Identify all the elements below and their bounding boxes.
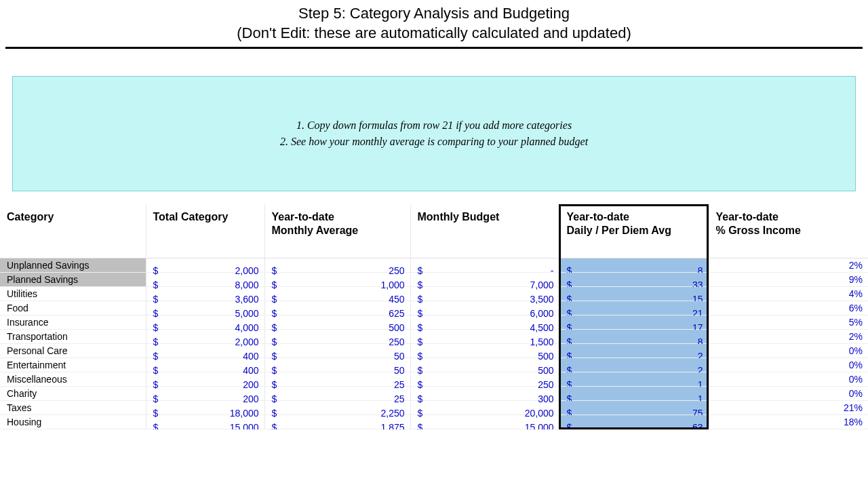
instructions-box: 1. Copy down formulas from row 21 if you…	[12, 76, 856, 191]
cell-daily-avg[interactable]: $17	[559, 315, 709, 330]
cell-total[interactable]: $5,000	[146, 301, 264, 315]
cell-total[interactable]: $3,600	[146, 287, 264, 301]
cell-pct-gross[interactable]: 6%	[709, 301, 868, 315]
cell-monthly-budget[interactable]: $-	[410, 258, 559, 273]
cell-monthly-avg[interactable]: $50	[264, 344, 410, 358]
cell-daily-avg[interactable]: $1	[559, 372, 709, 387]
header-monthly-budget[interactable]: Monthly Budget	[410, 205, 559, 258]
cell-monthly-avg[interactable]: $25	[264, 372, 410, 387]
cell-total[interactable]: $400	[146, 344, 264, 358]
cell-daily-avg[interactable]: $75	[559, 401, 709, 415]
cell-monthly-budget[interactable]: $20,000	[410, 401, 559, 415]
cell-category[interactable]: Insurance	[0, 315, 146, 330]
cell-monthly-avg[interactable]: $2,250	[264, 401, 410, 415]
cell-category[interactable]: Entertainment	[0, 358, 146, 372]
cell-daily-avg[interactable]: $2	[559, 358, 709, 372]
cell-daily-avg[interactable]: $33	[559, 273, 709, 287]
cell-monthly-avg[interactable]: $450	[264, 287, 410, 301]
cell-total[interactable]: $200	[146, 387, 264, 401]
cell-total[interactable]: $2,000	[146, 258, 264, 273]
cell-total[interactable]: $18,000	[146, 401, 264, 415]
cell-category[interactable]: Miscellaneous	[0, 372, 146, 387]
cell-total[interactable]: $8,000	[146, 273, 264, 287]
cell-daily-avg[interactable]: $21	[559, 301, 709, 315]
cell-daily-avg[interactable]: $15	[559, 287, 709, 301]
cell-category[interactable]: Food	[0, 301, 146, 315]
cell-daily-avg[interactable]: $2	[559, 344, 709, 358]
cell-pct-gross[interactable]: 21%	[709, 401, 868, 415]
table-row: Miscellaneous$200$25$250$10%	[0, 372, 868, 387]
cell-category[interactable]: Planned Savings	[0, 273, 146, 287]
cell-monthly-budget[interactable]: $500	[410, 358, 559, 372]
cell-monthly-budget[interactable]: $1,500	[410, 330, 559, 344]
cell-pct-gross[interactable]: 0%	[709, 387, 868, 401]
cell-monthly-budget[interactable]: $6,000	[410, 301, 559, 315]
cell-pct-gross[interactable]: 2%	[709, 330, 868, 344]
cell-monthly-avg[interactable]: $1,875	[264, 415, 410, 429]
cell-pct-gross[interactable]: 2%	[709, 258, 868, 273]
cell-category[interactable]: Personal Care	[0, 344, 146, 358]
cell-daily-avg[interactable]: $1	[559, 387, 709, 401]
table-row: Food$5,000$625$6,000$216%	[0, 301, 868, 315]
cell-category[interactable]: Utilities	[0, 287, 146, 301]
header-daily-avg[interactable]: Year-to-dateDaily / Per Diem Avg	[559, 205, 709, 258]
table-row: Housing$15,000$1,875$15,000$6318%	[0, 415, 868, 429]
header-pct-gross[interactable]: Year-to-date% Gross Income	[709, 205, 868, 258]
cell-category[interactable]: Taxes	[0, 401, 146, 415]
cell-total[interactable]: $4,000	[146, 315, 264, 330]
cell-pct-gross[interactable]: 5%	[709, 315, 868, 330]
cell-monthly-budget[interactable]: $4,500	[410, 315, 559, 330]
spreadsheet-view: Step 5: Category Analysis and Budgeting …	[0, 0, 868, 429]
cell-pct-gross[interactable]: 4%	[709, 287, 868, 301]
header-row: Category Total Category Year-to-dateMont…	[0, 205, 868, 258]
table-row: Unplanned Savings$2,000$250$-$82%	[0, 258, 868, 273]
table-row: Planned Savings$8,000$1,000$7,000$339%	[0, 273, 868, 287]
instruction-2: 2. See how your monthly average is compa…	[280, 134, 588, 150]
cell-daily-avg[interactable]: $63	[559, 415, 709, 429]
cell-total[interactable]: $200	[146, 372, 264, 387]
cell-category[interactable]: Unplanned Savings	[0, 258, 146, 273]
table-row: Insurance$4,000$500$4,500$175%	[0, 315, 868, 330]
table-row: Taxes$18,000$2,250$20,000$7521%	[0, 401, 868, 415]
cell-total[interactable]: $15,000	[146, 415, 264, 429]
cell-monthly-avg[interactable]: $250	[264, 258, 410, 273]
title-line-2: (Don't Edit: these are automatically cal…	[5, 24, 863, 43]
cell-monthly-budget[interactable]: $7,000	[410, 273, 559, 287]
header-category[interactable]: Category	[0, 205, 146, 258]
cell-monthly-avg[interactable]: $500	[264, 315, 410, 330]
cell-monthly-budget[interactable]: $250	[410, 372, 559, 387]
cell-monthly-budget[interactable]: $500	[410, 344, 559, 358]
cell-pct-gross[interactable]: 9%	[709, 273, 868, 287]
table-row: Transportation$2,000$250$1,500$82%	[0, 330, 868, 344]
cell-monthly-avg[interactable]: $625	[264, 301, 410, 315]
title-line-1: Step 5: Category Analysis and Budgeting	[5, 4, 863, 24]
table-row: Entertainment$400$50$500$20%	[0, 358, 868, 372]
cell-monthly-budget[interactable]: $300	[410, 387, 559, 401]
cell-pct-gross[interactable]: 0%	[709, 344, 868, 358]
cell-monthly-budget[interactable]: $15,000	[410, 415, 559, 429]
header-total[interactable]: Total Category	[146, 205, 264, 258]
cell-monthly-avg[interactable]: $250	[264, 330, 410, 344]
cell-monthly-avg[interactable]: $25	[264, 387, 410, 401]
cell-category[interactable]: Charity	[0, 387, 146, 401]
cell-monthly-avg[interactable]: $50	[264, 358, 410, 372]
table-row: Charity$200$25$300$10%	[0, 387, 868, 401]
cell-pct-gross[interactable]: 18%	[709, 415, 868, 429]
table-row: Personal Care$400$50$500$20%	[0, 344, 868, 358]
cell-category[interactable]: Housing	[0, 415, 146, 429]
cell-pct-gross[interactable]: 0%	[709, 358, 868, 372]
cell-total[interactable]: $2,000	[146, 330, 264, 344]
instruction-1: 1. Copy down formulas from row 21 if you…	[296, 117, 572, 134]
cell-category[interactable]: Transportation	[0, 330, 146, 344]
cell-daily-avg[interactable]: $8	[559, 258, 709, 273]
header-monthly-avg[interactable]: Year-to-dateMonthly Average	[264, 205, 410, 258]
cell-daily-avg[interactable]: $8	[559, 330, 709, 344]
table-body: Unplanned Savings$2,000$250$-$82%Planned…	[0, 258, 868, 429]
cell-total[interactable]: $400	[146, 358, 264, 372]
sheet-title: Step 5: Category Analysis and Budgeting …	[5, 0, 863, 49]
budget-table: Category Total Category Year-to-dateMont…	[0, 205, 868, 429]
cell-pct-gross[interactable]: 0%	[709, 372, 868, 387]
table-row: Utilities$3,600$450$3,500$154%	[0, 287, 868, 301]
cell-monthly-budget[interactable]: $3,500	[410, 287, 559, 301]
cell-monthly-avg[interactable]: $1,000	[264, 273, 410, 287]
